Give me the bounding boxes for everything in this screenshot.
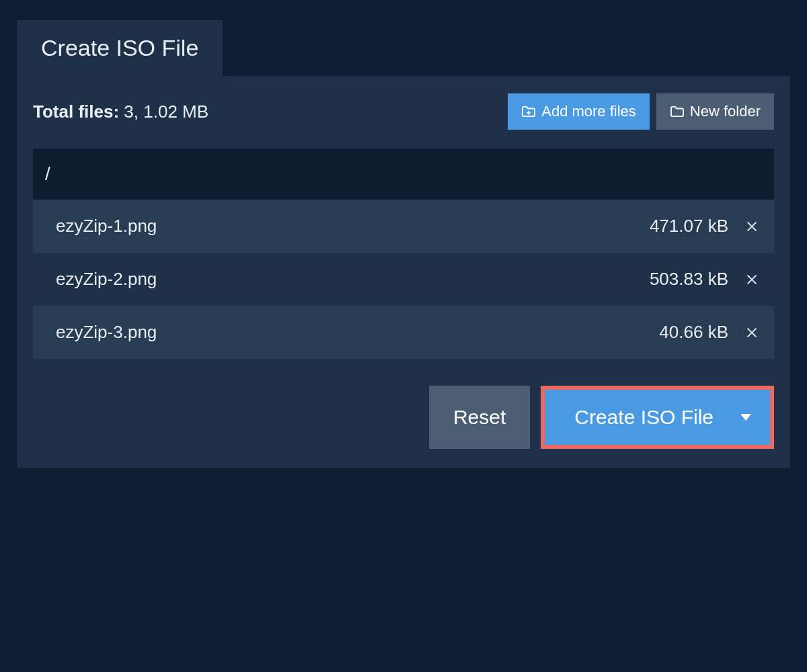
total-files: Total files: 3, 1.02 MB (33, 101, 208, 122)
file-list: / ezyZip-1.png 471.07 kB (33, 149, 774, 359)
toolbar: Total files: 3, 1.02 MB Add more files (33, 93, 774, 130)
file-size: 503.83 kB (650, 269, 728, 290)
close-icon (744, 325, 759, 340)
new-folder-label: New folder (690, 103, 761, 120)
reset-label: Reset (453, 406, 506, 429)
app-container: Create ISO File Total files: 3, 1.02 MB (0, 0, 807, 488)
actions-bar: Reset Create ISO File (33, 386, 774, 449)
file-rows: ezyZip-1.png 471.07 kB (33, 200, 774, 359)
close-icon (744, 219, 759, 234)
new-folder-button[interactable]: New folder (656, 93, 774, 130)
create-iso-button[interactable]: Create ISO File (545, 390, 770, 445)
folder-icon (670, 106, 685, 118)
file-name: ezyZip-1.png (56, 216, 157, 237)
path-text: / (45, 163, 50, 184)
remove-file-button[interactable] (742, 269, 762, 290)
tab-label: Create ISO File (41, 35, 198, 60)
file-row-right: 471.07 kB (650, 216, 762, 237)
reset-button[interactable]: Reset (429, 386, 530, 449)
file-row-right: 40.66 kB (659, 322, 762, 343)
file-row: ezyZip-3.png 40.66 kB (33, 306, 774, 359)
main-panel: Total files: 3, 1.02 MB Add more files (17, 76, 790, 468)
add-more-files-label: Add more files (541, 103, 636, 120)
file-name: ezyZip-3.png (56, 322, 157, 343)
svg-marker-8 (740, 414, 751, 421)
folder-add-icon (521, 106, 536, 118)
file-row: ezyZip-1.png 471.07 kB (33, 200, 774, 253)
create-label: Create ISO File (574, 406, 714, 429)
toolbar-buttons: Add more files New folder (508, 93, 774, 130)
file-name: ezyZip-2.png (56, 269, 157, 290)
file-size: 40.66 kB (659, 322, 728, 343)
total-files-label: Total files: (33, 101, 119, 122)
add-more-files-button[interactable]: Add more files (508, 93, 650, 130)
total-files-value: 3, 1.02 MB (124, 101, 208, 122)
remove-file-button[interactable] (742, 216, 762, 237)
file-row-right: 503.83 kB (650, 269, 762, 290)
path-header: / (33, 149, 774, 200)
create-button-highlight: Create ISO File (541, 386, 774, 449)
file-row: ezyZip-2.png 503.83 kB (33, 253, 774, 306)
remove-file-button[interactable] (742, 323, 762, 343)
file-size: 471.07 kB (650, 216, 728, 237)
chevron-down-icon (740, 414, 751, 421)
tab-create-iso[interactable]: Create ISO File (17, 20, 223, 76)
close-icon (744, 272, 759, 287)
